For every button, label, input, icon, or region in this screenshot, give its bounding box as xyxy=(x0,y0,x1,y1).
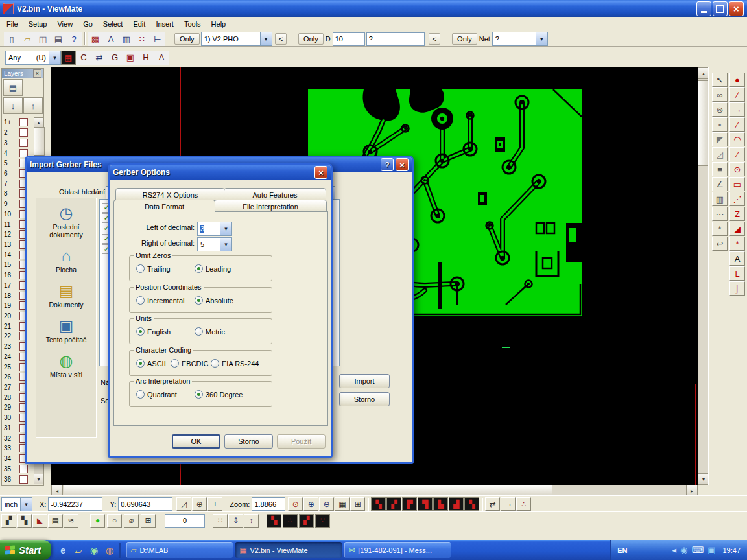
move-layer-down-button[interactable]: ↓ xyxy=(3,97,23,114)
hatch-down-icon[interactable]: ▚ xyxy=(17,514,32,528)
task-button[interactable]: ▱ D:\MLAB xyxy=(126,542,233,558)
pad-view-3-icon[interactable]: ▛ xyxy=(402,497,417,511)
internet-explorer-icon[interactable]: e xyxy=(56,543,69,557)
aperture-filter-combo[interactable]: Any (U) xyxy=(5,51,61,65)
radio-leading[interactable]: Leading xyxy=(195,264,231,273)
only-dcode-button[interactable]: Only xyxy=(298,33,324,45)
crosshair-icon[interactable]: + xyxy=(208,497,222,511)
dither-pattern-icon[interactable]: ▩ xyxy=(88,32,103,46)
title-bar[interactable]: V2.bin - ViewMate xyxy=(0,0,747,18)
radio-eia-rs244[interactable]: EIA RS-244 xyxy=(211,359,259,368)
j-tool-icon[interactable]: ⌡ xyxy=(729,281,745,296)
lamp-off-icon[interactable]: ○ xyxy=(107,514,122,528)
select-pattern-3-icon[interactable]: ▞ xyxy=(299,514,314,528)
recent-documents[interactable]: ◷ Poslední dokumenty xyxy=(38,204,95,239)
diagonal-measure-icon[interactable]: ◿ xyxy=(176,497,191,511)
z-tool-icon[interactable]: Z xyxy=(729,207,745,221)
gerber-options-titlebar[interactable]: Gerber Options xyxy=(110,165,331,180)
layer-color-box[interactable] xyxy=(19,465,28,473)
red-dot-tool-icon[interactable]: ● xyxy=(729,73,745,87)
network-status-icon[interactable]: ◉ xyxy=(680,545,687,555)
mirror-icon[interactable]: ¬ xyxy=(501,497,516,511)
move-layer-up-button[interactable]: ↑ xyxy=(23,97,43,114)
folder-icon[interactable]: ▱ xyxy=(72,543,85,557)
pad-view-1-icon[interactable]: ▚ xyxy=(371,497,386,511)
hide-icons-chevron[interactable]: ◂ xyxy=(672,545,677,555)
network[interactable]: ◍ Místa v síti xyxy=(38,351,95,379)
corner-tool-icon[interactable]: ¬ xyxy=(729,102,745,117)
layer-select-combo[interactable]: 1) V2.PHO xyxy=(201,32,272,46)
layer-color-box[interactable] xyxy=(19,128,28,137)
pad-view-7-icon[interactable]: ▚ xyxy=(464,497,479,511)
previous-layer-button[interactable]: < xyxy=(275,33,287,45)
net-select-combo[interactable]: ? xyxy=(492,32,548,46)
select-cursor-icon[interactable]: ↖ xyxy=(712,73,728,87)
radio-english[interactable]: English xyxy=(136,327,171,336)
menu-item[interactable]: File xyxy=(1,19,23,29)
outline-triangle-icon[interactable]: ◿ xyxy=(712,147,728,161)
vertical-arrows-icon[interactable]: ⇕ xyxy=(228,514,243,528)
chevron-down-icon[interactable] xyxy=(20,498,32,511)
layer-row[interactable]: 35 xyxy=(2,463,32,474)
import-button[interactable]: Import xyxy=(339,374,390,388)
lines-icon[interactable]: ≡ xyxy=(712,162,728,176)
only-net-button[interactable]: Only xyxy=(452,33,477,45)
select-pattern-2-icon[interactable]: ∴ xyxy=(283,514,298,528)
line-tool-icon[interactable]: ∕ xyxy=(729,88,745,102)
pads-tool-icon[interactable]: ▣ xyxy=(123,51,138,65)
menu-item[interactable]: View xyxy=(52,19,78,29)
task-button[interactable]: ✉ [191-482-091] - Mess... xyxy=(344,542,451,558)
asterisk-icon[interactable]: * xyxy=(712,222,728,236)
zoom-out-icon[interactable]: ⊖ xyxy=(319,497,334,511)
unit-combo[interactable]: inch xyxy=(1,497,32,511)
corner-fill-icon[interactable]: ◣ xyxy=(32,514,47,528)
close-icon[interactable] xyxy=(33,69,42,78)
layers-panel-titlebar[interactable]: Layers xyxy=(2,69,43,78)
status-light-icon[interactable]: ● xyxy=(90,514,105,528)
pad-view-6-icon[interactable]: ▟ xyxy=(449,497,464,511)
chevron-down-icon[interactable] xyxy=(49,51,60,64)
menu-item[interactable]: Insert xyxy=(150,19,179,29)
new-file-icon[interactable]: ▯ xyxy=(4,32,19,46)
hatch-up-icon[interactable]: ▞ xyxy=(1,514,16,528)
help-icon[interactable]: ? xyxy=(66,32,82,46)
layer-row[interactable]: 3 xyxy=(2,137,32,148)
rows-icon[interactable]: ▤ xyxy=(48,514,63,528)
desktop[interactable]: ⌂ Plocha xyxy=(38,246,95,274)
my-computer[interactable]: ▣ Tento počítač xyxy=(38,316,95,344)
close-icon[interactable] xyxy=(396,158,409,171)
wedge-tool-icon[interactable]: ◢ xyxy=(729,222,745,236)
zoom-input[interactable] xyxy=(252,497,285,511)
filled-triangle-icon[interactable]: ◤ xyxy=(712,132,728,146)
chevron-down-icon[interactable] xyxy=(220,238,231,251)
radio-360-degree[interactable]: 360 Degree xyxy=(195,390,243,399)
close-button[interactable] xyxy=(729,1,744,16)
menu-item[interactable]: Tools xyxy=(179,19,206,29)
radio-ebcdic[interactable]: EBCDIC xyxy=(171,359,209,368)
g-code-icon[interactable]: G xyxy=(107,51,123,65)
dashed-line-icon[interactable]: ⋰ xyxy=(729,192,745,206)
left-of-decimal-combo[interactable]: 3 xyxy=(197,222,232,236)
columns-icon[interactable]: ▥ xyxy=(119,32,134,46)
menu-item[interactable]: Select xyxy=(98,19,128,29)
browser-icon[interactable]: ◍ xyxy=(103,543,116,557)
menu-item[interactable]: Edit xyxy=(128,19,150,29)
print-icon[interactable]: ▤ xyxy=(51,32,66,46)
arc-tool-icon[interactable]: ◠ xyxy=(729,132,745,146)
text-tool-icon[interactable]: A xyxy=(729,251,745,266)
slash-tool-icon[interactable]: ∕ xyxy=(729,147,745,161)
close-icon[interactable] xyxy=(314,166,327,179)
layer-color-box[interactable] xyxy=(19,475,28,484)
radio-absolute[interactable]: Absolute xyxy=(195,296,233,305)
chevron-down-icon[interactable] xyxy=(260,32,272,45)
desktop-toggle-icon[interactable]: ◉ xyxy=(88,543,101,557)
minimize-button[interactable] xyxy=(696,1,711,16)
messenger-tray-icon[interactable]: ▣ xyxy=(707,545,715,555)
radio-quadrant[interactable]: Quadrant xyxy=(136,390,177,399)
ruler-icon[interactable]: ⊢ xyxy=(150,32,165,46)
scroll-up-icon[interactable] xyxy=(34,117,43,128)
origin-target-icon[interactable]: ⊕ xyxy=(192,497,207,511)
layer-table-button[interactable]: ▤ xyxy=(3,79,23,96)
filled-square-icon[interactable]: ▪ xyxy=(712,117,728,132)
ok-button[interactable]: OK xyxy=(172,434,220,449)
